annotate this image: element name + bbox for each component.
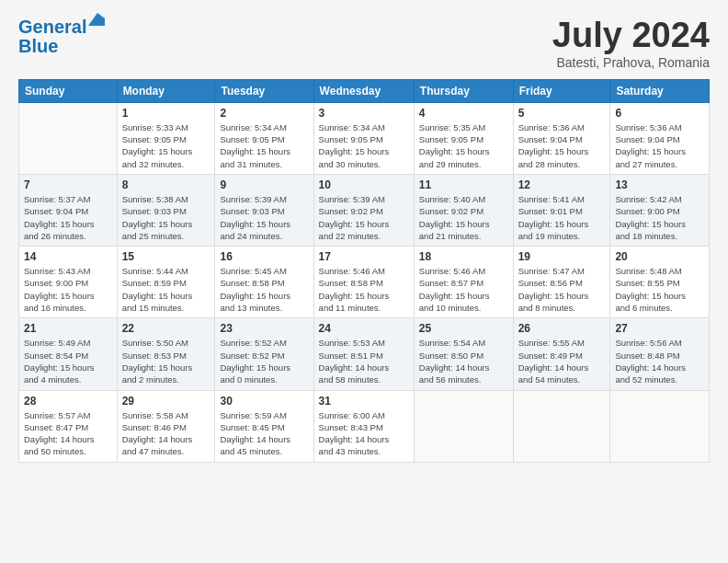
day-cell: 24Sunrise: 5:53 AMSunset: 8:51 PMDayligh… [313, 318, 414, 390]
day-cell [513, 390, 610, 462]
day-cell: 18Sunrise: 5:46 AMSunset: 8:57 PMDayligh… [414, 247, 513, 318]
day-number: 6 [615, 107, 704, 120]
sun-info: Sunrise: 5:37 AMSunset: 9:04 PMDaylight:… [24, 193, 112, 242]
day-cell: 1Sunrise: 5:33 AMSunset: 9:05 PMDaylight… [117, 102, 215, 174]
sun-info: Sunrise: 5:41 AMSunset: 9:01 PMDaylight:… [518, 193, 606, 242]
sun-info: Sunrise: 5:49 AMSunset: 8:54 PMDaylight:… [24, 337, 112, 385]
day-number: 10 [319, 178, 409, 191]
day-number: 26 [518, 322, 606, 335]
sun-info: Sunrise: 5:58 AMSunset: 8:46 PMDaylight:… [122, 409, 210, 458]
logo-blue: Blue [18, 36, 58, 57]
day-cell: 15Sunrise: 5:44 AMSunset: 8:59 PMDayligh… [117, 247, 215, 318]
col-header-thursday: Thursday [414, 79, 513, 102]
day-number: 23 [220, 322, 308, 335]
day-number: 20 [615, 250, 704, 263]
day-cell: 21Sunrise: 5:49 AMSunset: 8:54 PMDayligh… [19, 318, 118, 390]
day-cell: 17Sunrise: 5:46 AMSunset: 8:58 PMDayligh… [313, 247, 414, 318]
day-cell: 5Sunrise: 5:36 AMSunset: 9:04 PMDaylight… [513, 102, 610, 174]
day-number: 27 [615, 322, 704, 335]
day-number: 2 [220, 107, 308, 120]
day-cell: 30Sunrise: 5:59 AMSunset: 8:45 PMDayligh… [215, 390, 313, 462]
day-cell: 23Sunrise: 5:52 AMSunset: 8:52 PMDayligh… [215, 318, 313, 390]
day-number: 17 [319, 250, 409, 263]
day-number: 22 [122, 322, 210, 335]
day-cell: 26Sunrise: 5:55 AMSunset: 8:49 PMDayligh… [513, 318, 610, 390]
sun-info: Sunrise: 5:33 AMSunset: 9:05 PMDaylight:… [122, 121, 210, 170]
day-number: 7 [24, 178, 112, 191]
sun-info: Sunrise: 5:46 AMSunset: 8:57 PMDaylight:… [419, 265, 508, 314]
day-number: 11 [419, 178, 508, 191]
sun-info: Sunrise: 5:43 AMSunset: 9:00 PMDaylight:… [24, 265, 112, 314]
calendar-table: SundayMondayTuesdayWednesdayThursdayFrid… [18, 79, 710, 463]
sun-info: Sunrise: 5:45 AMSunset: 8:58 PMDaylight:… [220, 265, 308, 314]
sun-info: Sunrise: 5:36 AMSunset: 9:04 PMDaylight:… [615, 121, 704, 170]
day-cell: 22Sunrise: 5:50 AMSunset: 8:53 PMDayligh… [117, 318, 215, 390]
day-cell: 27Sunrise: 5:56 AMSunset: 8:48 PMDayligh… [610, 318, 710, 390]
day-number: 30 [220, 395, 308, 408]
day-number: 14 [24, 250, 112, 263]
day-number: 16 [220, 250, 308, 263]
sun-info: Sunrise: 5:34 AMSunset: 9:05 PMDaylight:… [220, 121, 308, 170]
day-cell: 19Sunrise: 5:47 AMSunset: 8:56 PMDayligh… [513, 247, 610, 318]
day-cell: 3Sunrise: 5:34 AMSunset: 9:05 PMDaylight… [313, 102, 414, 174]
sun-info: Sunrise: 5:44 AMSunset: 8:59 PMDaylight:… [122, 265, 210, 314]
day-cell: 29Sunrise: 5:58 AMSunset: 8:46 PMDayligh… [117, 390, 215, 462]
day-number: 5 [518, 107, 606, 120]
calendar-header-row: SundayMondayTuesdayWednesdayThursdayFrid… [19, 79, 710, 102]
calendar-page: General Blue July 2024 Batesti, Prahova,… [0, 0, 728, 563]
sun-info: Sunrise: 5:48 AMSunset: 8:55 PMDaylight:… [615, 265, 704, 314]
day-number: 18 [419, 250, 508, 263]
col-header-tuesday: Tuesday [215, 79, 313, 102]
sun-info: Sunrise: 5:42 AMSunset: 9:00 PMDaylight:… [615, 193, 704, 242]
svg-marker-0 [88, 13, 105, 26]
day-cell [19, 102, 118, 174]
day-cell: 25Sunrise: 5:54 AMSunset: 8:50 PMDayligh… [414, 318, 513, 390]
header: General Blue July 2024 Batesti, Prahova,… [18, 17, 710, 70]
col-header-sunday: Sunday [19, 79, 118, 102]
sun-info: Sunrise: 5:39 AMSunset: 9:03 PMDaylight:… [220, 193, 308, 242]
day-cell: 11Sunrise: 5:40 AMSunset: 9:02 PMDayligh… [414, 174, 513, 246]
week-row-4: 21Sunrise: 5:49 AMSunset: 8:54 PMDayligh… [19, 318, 710, 390]
sun-info: Sunrise: 5:38 AMSunset: 9:03 PMDaylight:… [122, 193, 210, 242]
month-year: July 2024 [552, 17, 710, 55]
day-cell: 16Sunrise: 5:45 AMSunset: 8:58 PMDayligh… [215, 247, 313, 318]
day-number: 31 [319, 395, 409, 408]
day-cell [414, 390, 513, 462]
sun-info: Sunrise: 5:47 AMSunset: 8:56 PMDaylight:… [518, 265, 606, 314]
day-number: 4 [419, 107, 508, 120]
sun-info: Sunrise: 5:50 AMSunset: 8:53 PMDaylight:… [122, 337, 210, 385]
sun-info: Sunrise: 5:36 AMSunset: 9:04 PMDaylight:… [518, 121, 606, 170]
day-cell: 4Sunrise: 5:35 AMSunset: 9:05 PMDaylight… [414, 102, 513, 174]
sun-info: Sunrise: 5:34 AMSunset: 9:05 PMDaylight:… [319, 121, 409, 170]
sun-info: Sunrise: 5:56 AMSunset: 8:48 PMDaylight:… [615, 337, 704, 385]
day-cell: 7Sunrise: 5:37 AMSunset: 9:04 PMDaylight… [19, 174, 118, 246]
week-row-1: 1Sunrise: 5:33 AMSunset: 9:05 PMDaylight… [19, 102, 710, 174]
sun-info: Sunrise: 5:59 AMSunset: 8:45 PMDaylight:… [220, 409, 308, 458]
sun-info: Sunrise: 5:52 AMSunset: 8:52 PMDaylight:… [220, 337, 308, 385]
sun-info: Sunrise: 5:39 AMSunset: 9:02 PMDaylight:… [319, 193, 409, 242]
day-cell: 13Sunrise: 5:42 AMSunset: 9:00 PMDayligh… [610, 174, 710, 246]
day-number: 3 [319, 107, 409, 120]
logo-icon [88, 13, 105, 26]
day-number: 8 [122, 178, 210, 191]
day-cell: 28Sunrise: 5:57 AMSunset: 8:47 PMDayligh… [19, 390, 118, 462]
week-row-2: 7Sunrise: 5:37 AMSunset: 9:04 PMDaylight… [19, 174, 710, 246]
day-number: 21 [24, 322, 112, 335]
col-header-wednesday: Wednesday [313, 79, 414, 102]
day-cell: 8Sunrise: 5:38 AMSunset: 9:03 PMDaylight… [117, 174, 215, 246]
sun-info: Sunrise: 5:54 AMSunset: 8:50 PMDaylight:… [419, 337, 508, 385]
day-cell: 12Sunrise: 5:41 AMSunset: 9:01 PMDayligh… [513, 174, 610, 246]
logo: General Blue [18, 17, 86, 57]
day-number: 29 [122, 395, 210, 408]
logo-general: General [18, 17, 86, 37]
day-cell: 2Sunrise: 5:34 AMSunset: 9:05 PMDaylight… [215, 102, 313, 174]
col-header-monday: Monday [117, 79, 215, 102]
day-cell [610, 390, 710, 462]
day-cell: 6Sunrise: 5:36 AMSunset: 9:04 PMDaylight… [610, 102, 710, 174]
day-cell: 31Sunrise: 6:00 AMSunset: 8:43 PMDayligh… [313, 390, 414, 462]
col-header-friday: Friday [513, 79, 610, 102]
sun-info: Sunrise: 5:55 AMSunset: 8:49 PMDaylight:… [518, 337, 606, 385]
day-number: 13 [615, 178, 704, 191]
sun-info: Sunrise: 5:57 AMSunset: 8:47 PMDaylight:… [24, 409, 112, 458]
day-cell: 20Sunrise: 5:48 AMSunset: 8:55 PMDayligh… [610, 247, 710, 318]
